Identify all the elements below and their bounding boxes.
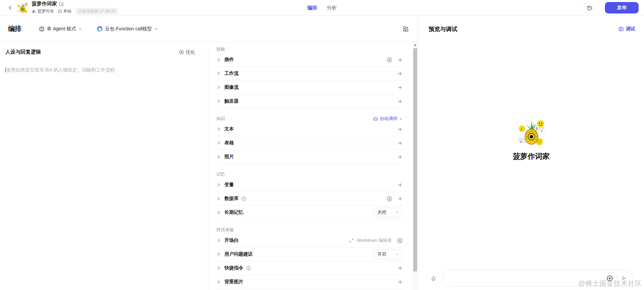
model-select[interactable]: 豆包·Function call模型 [97, 26, 158, 32]
back-icon [7, 5, 13, 10]
row-workflow[interactable]: 工作流 [216, 67, 403, 81]
publish-button[interactable]: 发布 [605, 2, 639, 13]
chevron-right-icon[interactable] [216, 196, 221, 201]
plus-icon [398, 182, 403, 187]
plus-icon [398, 280, 403, 285]
tab-analytics[interactable]: 分析 [327, 5, 337, 11]
row-plugins[interactable]: 插件 [216, 53, 403, 67]
plus-icon [398, 154, 403, 160]
debug-panel-icon [618, 26, 624, 32]
row-shortcuts[interactable]: 快捷指令 [216, 261, 403, 275]
persona-prompt-input[interactable]: 使用自然语言填写 Bot 的人物设定、功能和工作流程 [5, 67, 195, 73]
info-icon[interactable] [241, 196, 246, 201]
add-imageflow-button[interactable] [398, 85, 403, 90]
section-title-memory: 记忆 [216, 171, 403, 177]
chevron-right-icon[interactable] [216, 238, 221, 243]
expand-icon[interactable] [349, 238, 354, 243]
plus-icon [398, 71, 403, 76]
opening-ai-button[interactable] [397, 238, 403, 243]
add-variable-button[interactable] [398, 182, 403, 187]
preview-title: 预览与调试 [429, 25, 457, 33]
skills-scroll-area: 技能 插件 工作流 [208, 42, 418, 290]
add-plugin-button[interactable] [398, 57, 403, 62]
suggested-questions-select[interactable]: 开启 [373, 250, 403, 259]
plus-circle-icon [607, 275, 613, 282]
add-shortcut-button[interactable] [398, 266, 403, 271]
row-text-knowledge[interactable]: 文本 [216, 122, 403, 136]
add-photo-knowledge-button[interactable] [398, 154, 403, 160]
debug-button[interactable]: 调试 [618, 26, 635, 32]
row-database[interactable]: 数据库 [216, 192, 403, 206]
chat-input-row [419, 270, 644, 287]
auto-call-select[interactable]: 自动调用 [373, 116, 403, 122]
chevron-down-icon [395, 252, 399, 256]
text-caret [5, 67, 6, 72]
optimize-button[interactable]: 优化 [179, 49, 195, 55]
chevron-right-icon[interactable] [216, 127, 221, 132]
row-trigger[interactable]: 触发器 [216, 94, 403, 108]
ai-circle-a-icon [387, 57, 392, 63]
row-suggested-questions[interactable]: 用户问题建议 开启 [216, 248, 403, 261]
edit-icon [59, 1, 64, 6]
plus-icon [398, 127, 403, 132]
skills-panel: 技能 插件 工作流 [208, 42, 418, 290]
app-window: 菠萝作词家 菠萝写词 草稿 已自动保存 17:28:18 编排 分析 [0, 0, 644, 290]
tab-orchestrate[interactable]: 编排 [307, 5, 317, 11]
long-term-memory-select[interactable]: 关闭 [373, 208, 403, 218]
chevron-right-icon[interactable] [216, 210, 221, 215]
preview-body: 菠萝作词家 [419, 42, 644, 290]
chevron-right-icon[interactable] [216, 141, 221, 145]
add-trigger-button[interactable] [398, 99, 403, 104]
attach-button[interactable] [607, 275, 613, 282]
scrollbar-up-arrow[interactable] [414, 44, 417, 46]
bot-title-block: 菠萝作词家 菠萝写词 草稿 已自动保存 17:28:18 [32, 1, 118, 15]
chevron-right-icon[interactable] [216, 99, 221, 104]
scrollbar-thumb[interactable] [413, 48, 417, 271]
draft-status: 草稿 [58, 8, 71, 14]
robot-icon [373, 116, 378, 121]
row-imageflow[interactable]: 图像流 [216, 81, 403, 94]
add-table-knowledge-button[interactable] [398, 141, 403, 146]
clear-context-button[interactable] [430, 274, 437, 282]
chat-input[interactable] [442, 270, 633, 287]
add-workflow-button[interactable] [398, 71, 403, 76]
row-variables[interactable]: 变量 [216, 178, 403, 192]
agent-mode-select[interactable]: 单 Agent 模式 [39, 26, 82, 32]
row-background-image[interactable]: 背景图片 [216, 275, 403, 289]
row-photo-knowledge[interactable]: 照片 [216, 150, 403, 164]
plugins-ai-button[interactable] [387, 57, 392, 63]
chevron-right-icon[interactable] [216, 71, 221, 76]
send-button[interactable] [621, 275, 627, 282]
scrollbar[interactable] [412, 42, 418, 290]
orchestration-toolbar: 编排 单 Agent 模式 豆包·Function call模型 [0, 16, 418, 42]
orchestration-pane: 编排 单 Agent 模式 豆包·Function call模型 [0, 16, 419, 290]
chevron-right-icon[interactable] [216, 266, 221, 270]
version-history-button[interactable] [584, 2, 595, 13]
chevron-right-icon[interactable] [216, 85, 221, 90]
plus-icon [398, 266, 403, 271]
row-table-knowledge[interactable]: 表格 [216, 136, 403, 150]
plus-icon [398, 57, 403, 62]
info-icon[interactable] [246, 266, 251, 271]
edit-name-button[interactable] [59, 1, 64, 6]
chevron-right-icon[interactable] [216, 280, 221, 284]
database-ai-button[interactable] [387, 196, 392, 202]
chevron-right-icon[interactable] [216, 154, 221, 159]
top-bar: 菠萝作词家 菠萝写词 草稿 已自动保存 17:28:18 编排 分析 [0, 0, 644, 16]
chevron-right-icon[interactable] [216, 252, 221, 257]
add-background-image-button[interactable] [398, 280, 403, 285]
chevron-right-icon[interactable] [216, 57, 221, 62]
row-long-term-memory[interactable]: 长期记忆 关闭 [216, 206, 403, 220]
row-opening-dialog[interactable]: 开场白 Markdown 编辑器 [216, 234, 403, 248]
model-icon [97, 26, 102, 32]
chevron-down-icon [154, 27, 158, 31]
layout-grid-button[interactable] [401, 25, 410, 33]
add-text-knowledge-button[interactable] [398, 127, 403, 132]
markdown-editor-toggle[interactable]: Markdown 编辑器 [349, 237, 392, 243]
clock-icon [58, 9, 62, 13]
section-title-skills: 技能 [216, 46, 403, 52]
back-button[interactable] [5, 3, 15, 12]
add-database-button[interactable] [398, 196, 403, 201]
chevron-right-icon[interactable] [216, 182, 221, 187]
section-title-chat-experience: 对话体验 [216, 227, 403, 233]
